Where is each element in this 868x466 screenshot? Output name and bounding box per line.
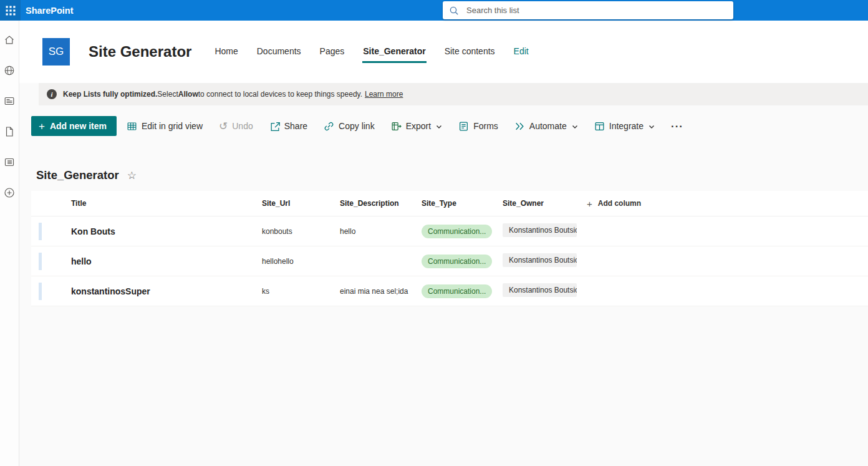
command-label: Undo xyxy=(232,121,253,131)
create-icon[interactable] xyxy=(4,187,15,198)
news-icon[interactable] xyxy=(4,95,15,107)
undo-icon: ↺ xyxy=(219,121,228,132)
chevron-down-icon xyxy=(649,125,655,129)
undo-button[interactable]: ↺ Undo xyxy=(219,121,253,132)
forms-button[interactable]: Forms xyxy=(458,121,498,132)
cell-site-url: konbouts xyxy=(262,227,340,236)
info-icon: i xyxy=(47,89,57,99)
integrate-button[interactable]: Integrate xyxy=(594,121,655,132)
list-title: Site_Generator xyxy=(36,168,119,182)
row-indicator-bar xyxy=(39,223,42,240)
command-label: Integrate xyxy=(609,121,644,131)
document-icon[interactable] xyxy=(4,126,15,137)
table-row[interactable]: konstantinosSuper ks einai mia nea sel;i… xyxy=(31,276,868,306)
nav-site-generator[interactable]: Site_Generator xyxy=(362,41,426,63)
home-icon[interactable] xyxy=(4,34,15,46)
banner-allow-text: Allow xyxy=(178,90,198,99)
cell-site-description: hello xyxy=(340,227,422,236)
automate-button[interactable]: Automate xyxy=(514,121,578,132)
cell-site-url: ks xyxy=(262,287,340,296)
link-icon xyxy=(324,121,334,132)
forms-icon xyxy=(458,121,469,132)
copy-link-button[interactable]: Copy link xyxy=(324,121,375,132)
integrate-icon xyxy=(594,121,605,132)
export-button[interactable]: Export xyxy=(391,121,442,132)
nav-pages[interactable]: Pages xyxy=(319,41,345,63)
edit-in-grid-view-button[interactable]: Edit in grid view xyxy=(127,121,203,132)
sharepoint-brand[interactable]: SharePoint xyxy=(26,6,74,16)
command-label: Automate xyxy=(529,121,567,131)
site-type-badge: Communication... xyxy=(422,284,492,298)
list-table: Title Site_Url Site_Description Site_Typ… xyxy=(31,191,868,306)
column-header-site-url[interactable]: Site_Url xyxy=(262,199,340,208)
cell-site-description: einai mia nea sel;ida xyxy=(340,287,422,296)
nav-documents[interactable]: Documents xyxy=(256,41,302,63)
cell-site-owner: Konstantinos Boutsiou xyxy=(503,223,587,240)
command-label: Forms xyxy=(473,121,498,131)
row-select-cell[interactable] xyxy=(31,223,71,240)
site-type-badge: Communication... xyxy=(422,225,492,238)
chevron-down-icon xyxy=(572,125,578,129)
cell-site-owner: Konstantinos Boutsiou xyxy=(503,253,587,269)
nav-edit[interactable]: Edit xyxy=(513,41,529,63)
cell-site-type: Communication... xyxy=(422,255,503,268)
table-row[interactable]: Kon Bouts konbouts hello Communication..… xyxy=(31,216,868,246)
add-column-button[interactable]: + Add column xyxy=(587,199,641,208)
app-launcher-button[interactable] xyxy=(0,0,21,21)
command-label: Export xyxy=(406,121,431,131)
automate-icon xyxy=(514,121,525,132)
nav-site-contents[interactable]: Site contents xyxy=(444,41,496,63)
list-title-row: Site_Generator ☆ xyxy=(36,168,868,183)
banner-text: Select xyxy=(157,90,178,99)
add-new-item-button[interactable]: + Add new item xyxy=(31,116,117,136)
lists-icon[interactable] xyxy=(4,157,15,168)
search-input[interactable] xyxy=(465,5,727,16)
grid-icon xyxy=(127,121,137,132)
table-header-row: Title Site_Url Site_Description Site_Typ… xyxy=(31,191,868,216)
command-label: Share xyxy=(284,121,307,131)
site-logo[interactable]: SG xyxy=(42,38,70,66)
site-title: Site Generator xyxy=(89,43,191,61)
search-box[interactable] xyxy=(443,1,733,19)
command-label: Copy link xyxy=(339,121,375,131)
site-owner-badge: Konstantinos Boutsiou xyxy=(503,253,577,267)
left-app-rail xyxy=(0,21,19,466)
add-column-label: Add column xyxy=(598,199,641,208)
row-select-cell[interactable] xyxy=(31,283,71,300)
message-banner: i Keep Lists fully optimized. Select All… xyxy=(39,83,868,105)
command-label: Edit in grid view xyxy=(142,121,203,131)
column-header-site-owner[interactable]: Site_Owner xyxy=(503,199,587,208)
site-type-badge: Communication... xyxy=(422,255,492,268)
cell-site-type: Communication... xyxy=(422,284,503,298)
plus-icon: + xyxy=(39,121,45,132)
column-header-site-type[interactable]: Site_Type xyxy=(422,199,503,208)
cell-title[interactable]: hello xyxy=(71,256,262,266)
table-row[interactable]: hello hellohello Communication... Konsta… xyxy=(31,246,868,276)
column-header-title[interactable]: Title xyxy=(71,199,262,208)
site-owner-badge: Konstantinos Boutsiou xyxy=(503,283,577,297)
cell-title[interactable]: Kon Bouts xyxy=(71,226,262,236)
row-select-cell[interactable] xyxy=(31,253,71,270)
site-nav: Home Documents Pages Site_Generator Site… xyxy=(214,41,529,63)
site-header: SG Site Generator Home Documents Pages S… xyxy=(19,21,868,83)
column-header-site-description[interactable]: Site_Description xyxy=(340,199,422,208)
share-icon xyxy=(269,121,280,132)
row-indicator-bar xyxy=(39,283,42,300)
learn-more-link[interactable]: Learn more xyxy=(365,90,403,99)
banner-bold-text: Keep Lists fully optimized. xyxy=(63,90,157,99)
cell-title[interactable]: konstantinosSuper xyxy=(71,286,262,296)
nav-home[interactable]: Home xyxy=(214,41,238,63)
cell-site-type: Communication... xyxy=(422,225,503,238)
main-canvas: SG Site Generator Home Documents Pages S… xyxy=(19,21,868,466)
export-excel-icon xyxy=(391,121,402,132)
cell-site-owner: Konstantinos Boutsiou xyxy=(503,283,587,299)
row-indicator-bar xyxy=(39,253,42,270)
follow-star-icon[interactable]: ☆ xyxy=(127,170,137,181)
globe-icon[interactable] xyxy=(4,65,15,76)
add-new-item-label: Add new item xyxy=(50,121,107,131)
suite-bar: SharePoint xyxy=(0,0,868,21)
share-button[interactable]: Share xyxy=(269,121,307,132)
cell-site-url: hellohello xyxy=(262,257,340,266)
site-owner-badge: Konstantinos Boutsiou xyxy=(503,223,577,237)
more-commands-button[interactable]: ··· xyxy=(671,121,683,132)
